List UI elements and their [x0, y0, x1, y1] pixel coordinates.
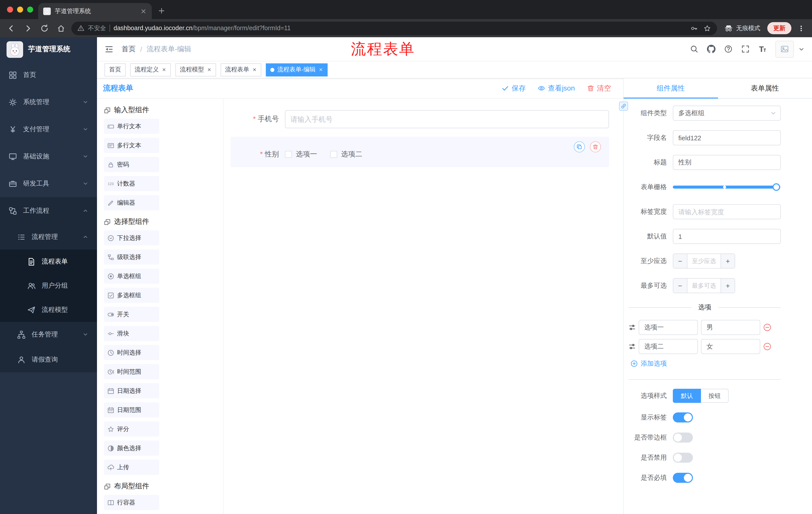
- slider-handle[interactable]: [773, 183, 780, 191]
- home-button[interactable]: [57, 24, 65, 32]
- sidebar-item-leave-query[interactable]: 请假查询: [0, 347, 97, 372]
- tag-item[interactable]: 流程表单-编辑: [266, 63, 328, 76]
- component-type-select[interactable]: 多选框组: [673, 106, 781, 121]
- tab-form-props[interactable]: 表单属性: [718, 78, 812, 98]
- switch-toggle[interactable]: [673, 473, 693, 483]
- palette-item[interactable]: 下拉选择: [104, 231, 159, 245]
- decrease-button[interactable]: −: [673, 254, 687, 268]
- font-size-icon[interactable]: [758, 45, 767, 53]
- tag-close-icon[interactable]: [252, 67, 257, 72]
- gender-option-2[interactable]: 选项二: [330, 150, 362, 159]
- sidebar-item-process-mgmt[interactable]: 流程管理: [0, 224, 97, 249]
- browser-update-button[interactable]: 更新: [767, 22, 791, 34]
- palette-item[interactable]: 日期选择: [104, 383, 159, 398]
- checkbox[interactable]: [330, 151, 337, 158]
- min-select-placeholder[interactable]: 至少应选: [687, 254, 721, 268]
- tag-close-icon[interactable]: [319, 67, 323, 72]
- palette-item[interactable]: 编辑器: [104, 195, 159, 210]
- checkbox[interactable]: [285, 151, 292, 158]
- tab-close-icon[interactable]: [140, 8, 147, 14]
- link-badge-icon[interactable]: [619, 102, 628, 111]
- copy-component-button[interactable]: [574, 141, 585, 153]
- breadcrumb-home[interactable]: 首页: [122, 45, 136, 54]
- clear-button[interactable]: 清空: [587, 84, 611, 93]
- sidebar-item-user-group[interactable]: 用户分组: [0, 274, 97, 298]
- option-label-input[interactable]: [639, 339, 698, 354]
- fullscreen-icon[interactable]: [741, 45, 750, 53]
- sidebar-item-process-form[interactable]: 流程表单: [0, 249, 97, 274]
- switch-toggle[interactable]: [673, 453, 693, 463]
- tag-item[interactable]: 流程表单: [221, 63, 261, 76]
- field-name-input[interactable]: [673, 130, 781, 145]
- remove-option-icon[interactable]: [763, 343, 771, 351]
- sidebar-item-process-model[interactable]: 流程模型: [0, 298, 97, 322]
- drag-handle-icon[interactable]: [629, 324, 636, 331]
- increase-button[interactable]: +: [721, 279, 735, 293]
- increase-button[interactable]: +: [721, 254, 735, 268]
- remove-option-icon[interactable]: [763, 323, 771, 331]
- sidebar-item-workflow[interactable]: 工作流程: [0, 197, 97, 224]
- sidebar-item-devtool[interactable]: 研发工具: [0, 170, 97, 197]
- style-default-button[interactable]: 默认: [673, 389, 701, 403]
- palette-item[interactable]: 日期范围: [104, 402, 159, 417]
- sidebar-logo[interactable]: 芋道管理系统: [0, 37, 97, 61]
- address-bar[interactable]: 不安全 dashboard.yudao.iocoder.cn/bpm/manag…: [71, 21, 717, 35]
- tag-item[interactable]: 首页: [105, 63, 126, 76]
- palette-item[interactable]: 密码: [104, 157, 159, 172]
- view-json-button[interactable]: 查看json: [538, 84, 575, 93]
- sidebar-item-system[interactable]: 系统管理: [0, 88, 97, 116]
- new-tab-button[interactable]: [158, 7, 165, 15]
- palette-item[interactable]: 评分: [104, 422, 159, 437]
- phone-input[interactable]: [285, 110, 609, 128]
- title-input[interactable]: [673, 155, 781, 170]
- palette-item[interactable]: 单行文本: [104, 119, 159, 134]
- back-button[interactable]: [7, 24, 16, 32]
- browser-tab[interactable]: 芋道管理系统: [38, 3, 152, 19]
- palette-item[interactable]: 行容器: [104, 495, 159, 510]
- palette-item[interactable]: 时间范围: [104, 364, 159, 379]
- save-button[interactable]: 保存: [502, 84, 526, 93]
- palette-item[interactable]: 滑块: [104, 326, 159, 341]
- palette-item[interactable]: 颜色选择: [104, 440, 159, 456]
- browser-menu-icon[interactable]: [798, 24, 805, 32]
- option-label-input[interactable]: [639, 320, 698, 335]
- style-button-button[interactable]: 按钮: [701, 389, 729, 403]
- sidebar-item-home[interactable]: 首页: [0, 61, 97, 88]
- avatar-caret-icon[interactable]: [799, 46, 805, 52]
- sidebar-item-task-mgmt[interactable]: 任务管理: [0, 322, 97, 347]
- option-value-input[interactable]: [701, 320, 760, 335]
- switch-toggle[interactable]: [673, 412, 693, 423]
- tab-component-props[interactable]: 组件属性: [624, 78, 718, 98]
- avatar[interactable]: [775, 40, 794, 58]
- forward-button[interactable]: [24, 24, 32, 32]
- window-zoom-button[interactable]: [27, 6, 33, 12]
- grid-slider[interactable]: [673, 180, 781, 195]
- max-select-placeholder[interactable]: 最多可选: [687, 279, 721, 293]
- palette-item[interactable]: 单选框组: [104, 269, 159, 283]
- option-value-input[interactable]: [701, 339, 760, 354]
- palette-item[interactable]: 多选框组: [104, 288, 159, 303]
- palette-item[interactable]: 多行文本: [104, 138, 159, 153]
- phone-field-row[interactable]: 手机号: [231, 106, 609, 133]
- add-option-button[interactable]: 添加选项: [631, 359, 781, 368]
- drag-handle-icon[interactable]: [629, 343, 636, 350]
- sidebar-item-infra[interactable]: 基础设施: [0, 143, 97, 170]
- window-close-button[interactable]: [7, 6, 13, 12]
- sidebar-item-payment[interactable]: 支付管理: [0, 116, 97, 143]
- help-icon[interactable]: [724, 45, 733, 53]
- palette-item[interactable]: 级联选择: [104, 249, 159, 265]
- tag-close-icon[interactable]: [207, 67, 211, 72]
- palette-item[interactable]: 时间选择: [104, 345, 159, 360]
- palette-item[interactable]: 123计数器: [104, 176, 159, 191]
- password-key-icon[interactable]: [690, 24, 698, 32]
- sidebar-toggle-button[interactable]: [105, 45, 114, 54]
- tag-item[interactable]: 流程模型: [175, 63, 216, 76]
- switch-toggle[interactable]: [673, 433, 693, 442]
- delete-component-button[interactable]: [590, 141, 601, 153]
- security-warning-icon[interactable]: [77, 25, 84, 32]
- tag-item[interactable]: 流程定义: [130, 63, 171, 76]
- label-width-input[interactable]: [673, 204, 781, 219]
- window-minimize-button[interactable]: [17, 6, 23, 12]
- reload-button[interactable]: [40, 24, 49, 32]
- github-icon[interactable]: [707, 45, 716, 53]
